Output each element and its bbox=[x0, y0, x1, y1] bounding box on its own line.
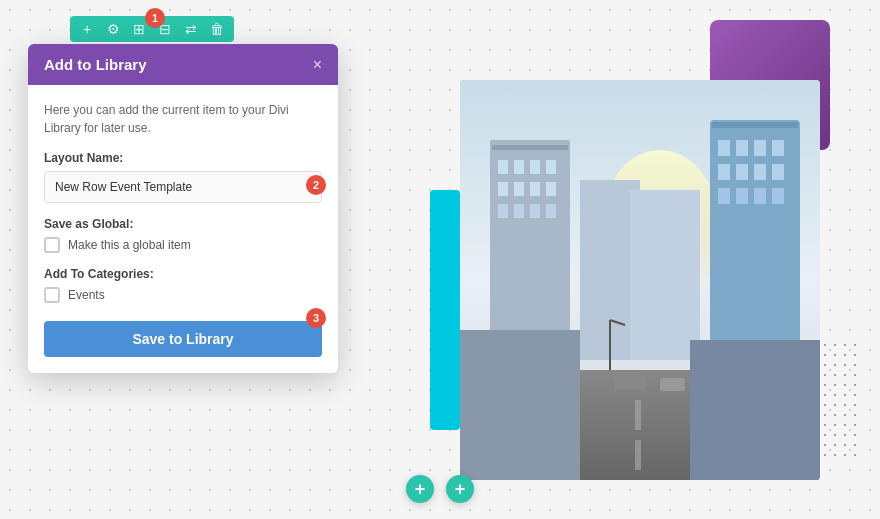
badge-3: 3 bbox=[306, 308, 326, 328]
svg-rect-10 bbox=[530, 182, 540, 196]
save-to-library-button[interactable]: Save to Library bbox=[44, 321, 322, 357]
svg-rect-23 bbox=[736, 164, 748, 180]
svg-rect-16 bbox=[710, 120, 800, 370]
city-photo bbox=[460, 80, 820, 480]
svg-rect-24 bbox=[754, 164, 766, 180]
global-checkbox-row: Make this a global item bbox=[44, 237, 322, 253]
svg-rect-26 bbox=[718, 188, 730, 204]
badge-1: 1 bbox=[145, 8, 165, 28]
svg-rect-11 bbox=[546, 182, 556, 196]
svg-rect-3 bbox=[492, 145, 568, 150]
svg-rect-37 bbox=[460, 330, 580, 480]
save-as-global-group: Save as Global: Make this a global item bbox=[44, 217, 322, 253]
svg-rect-7 bbox=[546, 160, 556, 174]
cyan-decoration bbox=[430, 190, 460, 430]
svg-rect-28 bbox=[754, 188, 766, 204]
category-checkbox[interactable] bbox=[44, 287, 60, 303]
svg-rect-12 bbox=[498, 204, 508, 218]
svg-rect-34 bbox=[635, 440, 641, 470]
layout-name-input[interactable] bbox=[44, 171, 322, 203]
svg-rect-38 bbox=[690, 340, 820, 480]
save-as-global-label: Save as Global: bbox=[44, 217, 322, 231]
badge-2: 2 bbox=[306, 175, 326, 195]
svg-rect-4 bbox=[498, 160, 508, 174]
svg-rect-13 bbox=[514, 204, 524, 218]
svg-rect-6 bbox=[530, 160, 540, 174]
layout-name-label: Layout Name: bbox=[44, 151, 322, 165]
add-to-library-modal: Add to Library × Here you can add the cu… bbox=[28, 44, 338, 373]
svg-rect-31 bbox=[630, 190, 700, 360]
add-to-categories-group: Add To Categories: Events bbox=[44, 267, 322, 303]
svg-rect-15 bbox=[546, 204, 556, 218]
add-row-button[interactable]: + bbox=[406, 475, 434, 503]
svg-rect-19 bbox=[736, 140, 748, 156]
svg-rect-35 bbox=[615, 375, 645, 390]
svg-rect-14 bbox=[530, 204, 540, 218]
svg-rect-25 bbox=[772, 164, 784, 180]
right-content-area bbox=[420, 20, 860, 490]
modal-title: Add to Library bbox=[44, 56, 147, 73]
modal-header: Add to Library × bbox=[28, 44, 338, 85]
modal-description: Here you can add the current item to you… bbox=[44, 101, 322, 137]
svg-rect-18 bbox=[718, 140, 730, 156]
svg-rect-27 bbox=[736, 188, 748, 204]
svg-rect-5 bbox=[514, 160, 524, 174]
trash-icon[interactable]: 🗑 bbox=[208, 20, 226, 38]
global-checkbox[interactable] bbox=[44, 237, 60, 253]
category-checkbox-label: Events bbox=[68, 288, 105, 302]
global-checkbox-label: Make this a global item bbox=[68, 238, 191, 252]
svg-rect-22 bbox=[718, 164, 730, 180]
svg-rect-21 bbox=[772, 140, 784, 156]
svg-rect-20 bbox=[754, 140, 766, 156]
add-module-button[interactable]: + bbox=[446, 475, 474, 503]
svg-rect-29 bbox=[772, 188, 784, 204]
category-checkbox-row: Events bbox=[44, 287, 322, 303]
modal-body: Here you can add the current item to you… bbox=[28, 85, 338, 373]
bottom-add-buttons: + + bbox=[406, 475, 474, 503]
svg-rect-9 bbox=[514, 182, 524, 196]
layout-name-group: Layout Name: bbox=[44, 151, 322, 203]
svg-rect-33 bbox=[635, 400, 641, 430]
move-icon[interactable]: ⇄ bbox=[182, 20, 200, 38]
gear-icon[interactable]: ⚙ bbox=[104, 20, 122, 38]
svg-rect-17 bbox=[712, 122, 798, 128]
add-icon[interactable]: + bbox=[78, 20, 96, 38]
add-to-categories-label: Add To Categories: bbox=[44, 267, 322, 281]
svg-rect-8 bbox=[498, 182, 508, 196]
svg-rect-36 bbox=[660, 378, 685, 391]
modal-close-button[interactable]: × bbox=[313, 57, 322, 73]
